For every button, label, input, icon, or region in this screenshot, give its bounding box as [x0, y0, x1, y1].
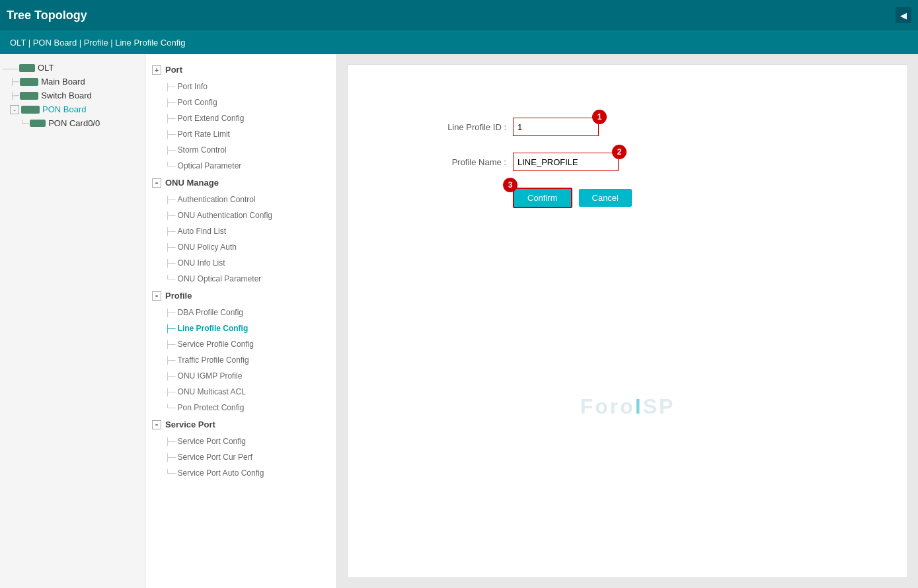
nav-onu-auth-config[interactable]: ├─ONU Authentication Config — [145, 207, 336, 223]
profile-name-row: Profile Name : 2 — [401, 153, 855, 171]
watermark-foro: Foro — [580, 394, 635, 418]
nav-auto-find-list[interactable]: ├─Auto Find List — [145, 223, 336, 239]
nav-onu-multicast-acl[interactable]: ├─ONU Multicast ACL — [145, 384, 336, 400]
nav-port-extend-config[interactable]: ├─Port Extend Config — [145, 110, 336, 126]
section-port[interactable]: + Port — [145, 61, 336, 79]
onu-manage-section-label: ONU Manage — [165, 178, 219, 188]
form-area: Line Profile ID : 1 Profile Name : 2 — [361, 91, 894, 235]
pon-card-icon — [30, 120, 46, 127]
sidebar-item-pon-card[interactable]: └─ PON Card0/0 — [0, 116, 145, 130]
button-row: 3 Confirm Cancel — [513, 188, 855, 208]
main-content: Line Profile ID : 1 Profile Name : 2 — [337, 54, 918, 588]
main-board-icon — [20, 78, 38, 86]
nav-optical-parameter[interactable]: └─Optical Parameter — [145, 158, 336, 174]
section-service-port[interactable]: - Service Port — [145, 416, 336, 433]
badge-3: 3 — [503, 178, 517, 192]
line-profile-id-input[interactable] — [513, 118, 599, 136]
main-board-label: Main Board — [41, 77, 85, 87]
line-profile-id-field-wrapper: 1 — [513, 118, 599, 136]
service-port-expand-icon[interactable]: - — [152, 420, 161, 429]
sidebar-item-switch-board[interactable]: ├─ Switch Board — [0, 89, 145, 102]
nav-port-info[interactable]: ├─Port Info — [145, 79, 336, 94]
nav-service-port-config[interactable]: ├─Service Port Config — [145, 433, 336, 449]
port-items: ├─Port Info ├─Port Config ├─Port Extend … — [145, 79, 336, 174]
port-section-label: Port — [165, 65, 182, 75]
cancel-button[interactable]: Cancel — [579, 189, 632, 207]
line-profile-id-row: Line Profile ID : 1 — [401, 118, 855, 136]
nav-onu-info-list[interactable]: ├─ONU Info List — [145, 255, 336, 271]
switch-board-label: Switch Board — [41, 91, 92, 100]
profile-items: ├─DBA Profile Config ├─Line Profile Conf… — [145, 305, 336, 416]
collapse-button[interactable]: ◀ — [896, 7, 911, 23]
pon-board-expand[interactable]: - — [10, 105, 19, 114]
olt-label: OLT — [38, 63, 54, 73]
app-title: Tree Topology — [7, 9, 896, 22]
profile-section-label: Profile — [165, 291, 192, 301]
section-profile[interactable]: - Profile — [145, 287, 336, 305]
middle-panel: + Port ├─Port Info ├─Port Config ├─Port … — [145, 54, 337, 588]
service-port-items: ├─Service Port Config ├─Service Port Cur… — [145, 433, 336, 481]
badge-1: 1 — [592, 110, 607, 124]
badge-2: 2 — [612, 145, 627, 159]
nav-line-profile-config[interactable]: ├─Line Profile Config — [145, 320, 336, 336]
service-port-section-label: Service Port — [165, 420, 215, 429]
watermark: ForoISP — [580, 394, 675, 419]
nav-service-port-auto-config[interactable]: └─Service Port Auto Config — [145, 465, 336, 481]
nav-storm-control[interactable]: ├─Storm Control — [145, 142, 336, 158]
nav-traffic-profile-config[interactable]: ├─Traffic Profile Config — [145, 352, 336, 368]
watermark-sp: SP — [643, 394, 675, 418]
nav-service-port-cur-perf[interactable]: ├─Service Port Cur Perf — [145, 449, 336, 465]
switch-board-icon — [20, 92, 38, 100]
watermark-pipe: I — [635, 394, 643, 418]
sidebar-item-olt[interactable]: —— OLT — [0, 61, 145, 75]
port-expand-icon[interactable]: + — [152, 65, 161, 75]
onu-manage-items: ├─Authentication Control ├─ONU Authentic… — [145, 192, 336, 287]
nav-auth-control[interactable]: ├─Authentication Control — [145, 192, 336, 207]
pon-board-label: PON Board — [42, 104, 86, 114]
onu-manage-expand-icon[interactable]: - — [152, 178, 161, 188]
header: Tree Topology ◀ — [0, 0, 918, 30]
nav-onu-igmp-profile[interactable]: ├─ONU IGMP Profile — [145, 368, 336, 384]
pon-card-label: PON Card0/0 — [48, 118, 100, 128]
profile-name-field-wrapper: 2 — [513, 153, 619, 171]
olt-icon — [19, 64, 35, 72]
profile-name-label: Profile Name : — [401, 157, 506, 167]
pon-board-icon — [21, 106, 40, 114]
nav-pon-protect-config[interactable]: └─Pon Protect Config — [145, 400, 336, 416]
confirm-btn-wrapper: 3 Confirm — [513, 188, 572, 208]
content-wrapper: Line Profile ID : 1 Profile Name : 2 — [361, 91, 894, 551]
breadcrumb: OLT | PON Board | Profile | Line Profile… — [0, 30, 918, 54]
sidebar-item-main-board[interactable]: ├─ Main Board — [0, 75, 145, 89]
content-box: Line Profile ID : 1 Profile Name : 2 — [347, 64, 908, 578]
confirm-button[interactable]: Confirm — [513, 188, 572, 208]
nav-dba-profile-config[interactable]: ├─DBA Profile Config — [145, 305, 336, 320]
main-layout: —— OLT ├─ Main Board ├─ Switch Board - P… — [0, 54, 918, 588]
nav-onu-policy-auth[interactable]: ├─ONU Policy Auth — [145, 239, 336, 255]
profile-expand-icon[interactable]: - — [152, 291, 161, 301]
sidebar: —— OLT ├─ Main Board ├─ Switch Board - P… — [0, 54, 145, 588]
nav-port-rate-limit[interactable]: ├─Port Rate Limit — [145, 126, 336, 142]
section-onu-manage[interactable]: - ONU Manage — [145, 174, 336, 192]
nav-onu-optical-param[interactable]: └─ONU Optical Parameter — [145, 271, 336, 287]
sidebar-item-pon-board[interactable]: - PON Board — [0, 102, 145, 116]
line-profile-id-label: Line Profile ID : — [401, 122, 506, 132]
profile-name-input[interactable] — [513, 153, 619, 171]
nav-service-profile-config[interactable]: ├─Service Profile Config — [145, 336, 336, 352]
nav-port-config[interactable]: ├─Port Config — [145, 94, 336, 110]
